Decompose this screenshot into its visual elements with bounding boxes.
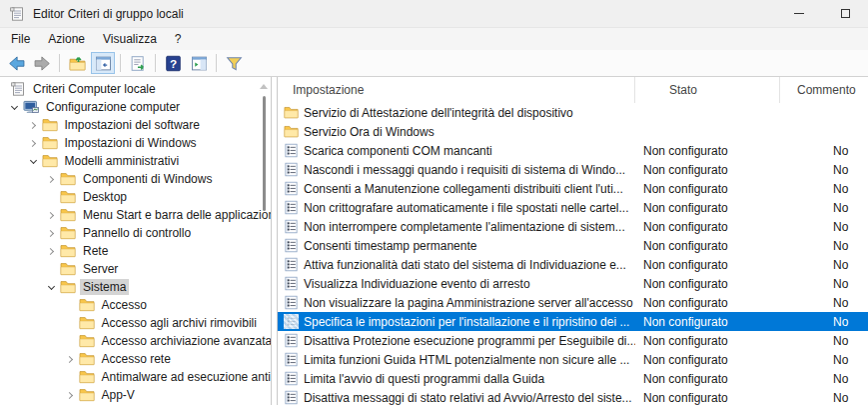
setting-name-cell: Servizio di Attestazione dell'integrità … [278, 105, 635, 120]
tree-item-modelli-amministrativi[interactable]: Modelli amministrativi [0, 152, 271, 170]
window-controls [776, 0, 868, 27]
help-button[interactable] [161, 52, 185, 74]
list-row-specifica-le-impostazioni-per-l-installa[interactable]: Specifica le impostazioni per l'installa… [278, 312, 868, 331]
menu-azione[interactable]: Azione [39, 30, 94, 48]
setting-icon-glyph [284, 314, 299, 329]
scroll-up-icon[interactable] [260, 84, 268, 89]
chevron-right-icon[interactable] [43, 171, 60, 187]
folder-icon [79, 333, 95, 349]
setting-stato-cell: Non configurato [635, 277, 780, 291]
list-row-disattiva-messaggi-di-stato-relativi-ad-[interactable]: Disattiva messaggi di stato relativi ad … [278, 388, 868, 405]
filter-button[interactable] [222, 52, 246, 74]
menu-help[interactable]: ? [166, 30, 191, 48]
setting-icon [284, 295, 299, 310]
forward-button[interactable] [30, 52, 54, 74]
setting-name-label: Disattiva Protezione esecuzione programm… [304, 334, 635, 348]
setting-icon [284, 162, 299, 177]
list-row-consenti-timestamp-permanente[interactable]: Consenti timestamp permanenteNon configu… [278, 236, 868, 255]
list-row-non-crittografare-automaticamente-i-file[interactable]: Non crittografare automaticamente i file… [278, 198, 868, 217]
list-row-consenti-a-manutenzione-collegamenti-dis[interactable]: Consenti a Manutenzione collegamenti dis… [278, 179, 868, 198]
show-console-tree-button[interactable] [91, 52, 115, 74]
folder-icon [60, 207, 76, 223]
chevron-down-icon[interactable] [6, 99, 23, 115]
column-header-commento[interactable]: Commento [780, 77, 868, 103]
setting-name-cell: Non visualizzare la pagina Amministrazio… [278, 295, 635, 310]
chevron-right-icon[interactable] [62, 351, 79, 367]
tree-item-desktop[interactable]: Desktop [0, 188, 271, 206]
setting-name-cell: Limita funzioni Guida HTML potenzialment… [278, 352, 635, 367]
tree-item-impostazioni-di-windows[interactable]: Impostazioni di Windows [0, 134, 271, 152]
maximize-button[interactable] [822, 0, 868, 27]
folder-icon [79, 315, 95, 331]
chevron-right-icon[interactable] [43, 243, 60, 259]
column-header-impostazione[interactable]: Impostazione [278, 77, 635, 103]
list-row-scarica-componenti-com-mancanti[interactable]: Scarica componenti COM mancantiNon confi… [278, 141, 868, 160]
tree-item-antimalware-ad-esecuzione-anticipata[interactable]: Antimalware ad esecuzione anticipata [0, 368, 271, 386]
tree-item-accesso-rete[interactable]: Accesso rete [0, 350, 271, 368]
setting-stato-cell: Non configurato [635, 220, 780, 234]
setting-icon [284, 257, 299, 272]
list-row-attiva-funzionalit-dati-stato-del-sistem[interactable]: Attiva funzionalità dati stato del siste… [278, 255, 868, 274]
tree-item-menu-start-e-barra-delle-applicazioni[interactable]: Menu Start e barra delle applicazioni [0, 206, 271, 224]
chevron-down-icon[interactable] [43, 279, 60, 295]
tree-item-sistema[interactable]: Sistema [0, 278, 271, 296]
setting-name-cell: Non crittografare automaticamente i file… [278, 200, 635, 215]
list-row-servizio-di-attestazione-dell-integrit-d[interactable]: Servizio di Attestazione dell'integrità … [278, 103, 868, 122]
tree-item-criteri-computer-locale[interactable]: Criteri Computer locale [0, 80, 271, 98]
tree-item-accesso-archiviazione-avanzata[interactable]: Accesso archiviazione avanzata [0, 332, 271, 350]
minimize-button[interactable] [776, 0, 822, 27]
setting-commento-cell: No [780, 220, 868, 234]
back-button[interactable] [4, 52, 28, 74]
chevron-right-icon[interactable] [25, 117, 42, 133]
show-action-pane-button[interactable] [187, 52, 211, 74]
export-list-button[interactable] [126, 52, 150, 74]
setting-icon [284, 333, 299, 348]
list-row-disattiva-protezione-esecuzione-programm[interactable]: Disattiva Protezione esecuzione programm… [278, 331, 868, 350]
tree-item-server[interactable]: Server [0, 260, 271, 278]
tree-item-pannello-di-controllo[interactable]: Pannello di controllo [0, 224, 271, 242]
chevron-right-icon[interactable] [25, 135, 42, 151]
column-header-stato[interactable]: Stato [635, 77, 780, 103]
setting-name-label: Non visualizzare la pagina Amministrazio… [304, 296, 633, 310]
list-row-non-visualizzare-la-pagina-amministrazio[interactable]: Non visualizzare la pagina Amministrazio… [278, 293, 868, 312]
tree-item-configurazione-computer[interactable]: Configurazione computer [0, 98, 271, 116]
folder-icon [60, 189, 76, 205]
setting-name-label: Specifica le impostazioni per l'installa… [304, 315, 629, 329]
setting-icon [284, 238, 299, 253]
tree-item-rete[interactable]: Rete [0, 242, 271, 260]
setting-icon [284, 314, 299, 329]
tree-item-label: Accesso [99, 297, 150, 313]
list-row-servizio-ora-di-windows[interactable]: Servizio Ora di Windows [278, 122, 868, 141]
maximize-icon [841, 9, 850, 18]
tree-item-componenti-di-windows[interactable]: Componenti di Windows [0, 170, 271, 188]
list-row-visualizza-individuazione-evento-di-arre[interactable]: Visualizza Individuazione evento di arre… [278, 274, 868, 293]
setting-icon [284, 276, 299, 291]
setting-name-cell: Scarica componenti COM mancanti [278, 143, 635, 158]
folder-icon [42, 153, 58, 169]
chevron-right-icon[interactable] [43, 225, 60, 241]
list-row-limita-funzioni-guida-html-potenzialment[interactable]: Limita funzioni Guida HTML potenzialment… [278, 350, 868, 369]
chevron-down-icon[interactable] [25, 153, 42, 169]
tree-item-label: Desktop [80, 189, 130, 205]
setting-stato-cell: Non configurato [635, 163, 780, 177]
list-row-limita-l-avvio-di-questi-programmi-dalla[interactable]: Limita l'avvio di questi programmi dalla… [278, 369, 868, 388]
tree-item-accesso[interactable]: Accesso [0, 296, 271, 314]
tree-item-accesso-agli-archivi-rimovibili[interactable]: Accesso agli archivi rimovibili [0, 314, 271, 332]
tree-item-app-v[interactable]: App-V [0, 386, 271, 404]
menu-visualizza[interactable]: Visualizza [94, 30, 166, 48]
menu-file[interactable]: File [2, 30, 39, 48]
folder-icon [79, 369, 95, 385]
main-area: Criteri Computer localeConfigurazione co… [0, 77, 868, 405]
tree-item-impostazioni-del-software[interactable]: Impostazioni del software [0, 116, 271, 134]
chevron-right-icon[interactable] [43, 207, 60, 223]
up-one-level-button[interactable] [65, 52, 89, 74]
list-row-nascondi-i-messaggi-quando-i-requisiti-d[interactable]: Nascondi i messaggi quando i requisiti d… [278, 160, 868, 179]
chevron-placeholder [62, 297, 79, 313]
setting-name-label: Visualizza Individuazione evento di arre… [304, 277, 530, 291]
setting-icon [284, 371, 299, 386]
list-row-non-interrompere-completamente-l-aliment[interactable]: Non interrompere completamente l'aliment… [278, 217, 868, 236]
tree-scrollbar-thumb[interactable] [263, 96, 266, 211]
folder-icon [79, 387, 95, 403]
setting-commento-cell: No [780, 239, 868, 253]
chevron-right-icon[interactable] [62, 387, 79, 403]
